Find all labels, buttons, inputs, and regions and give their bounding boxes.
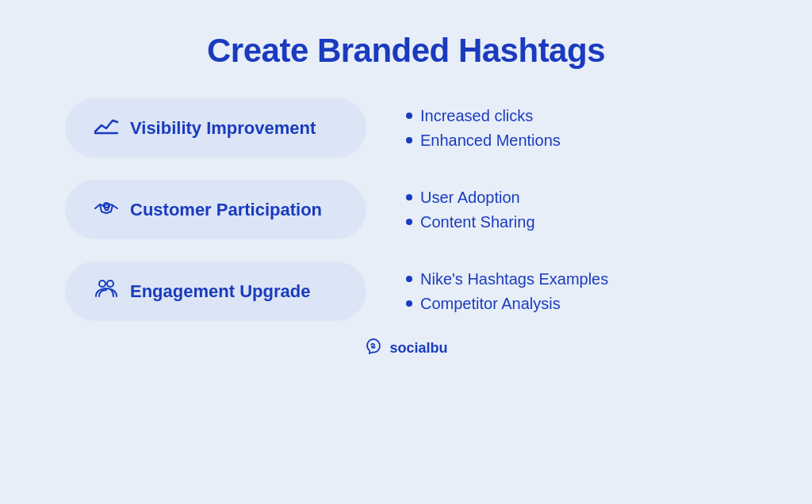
- bullet-text: User Adoption: [420, 189, 520, 207]
- bullet-item: Competitor Analysis: [406, 295, 608, 313]
- bullet-dot: [406, 276, 412, 282]
- row-customer: Customer Participation User Adoption Con…: [65, 180, 747, 239]
- footer-brand: socialbu: [389, 340, 447, 357]
- bullet-text: Nike's Hashtags Examples: [420, 270, 608, 288]
- bullet-dot: [406, 113, 412, 119]
- bullet-text: Content Sharing: [420, 213, 535, 231]
- bullet-list-visibility: Increased clicks Enhanced Mentions: [406, 107, 561, 150]
- bullet-item: Increased clicks: [406, 107, 561, 125]
- handshake-icon: [94, 194, 119, 225]
- bullet-dot: [406, 300, 412, 307]
- page-title: Create Branded Hashtags: [207, 32, 605, 70]
- bullet-item: Enhanced Mentions: [406, 132, 561, 150]
- bullet-text: Enhanced Mentions: [420, 132, 561, 150]
- pill-visibility: Visibility Improvement: [65, 98, 366, 158]
- bullet-dot: [406, 137, 412, 143]
- row-visibility: Visibility Improvement Increased clicks …: [65, 98, 747, 158]
- svg-point-2: [99, 281, 105, 287]
- row-engagement: Engagement Upgrade Nike's Hashtags Examp…: [65, 262, 747, 321]
- bullet-dot: [406, 194, 412, 200]
- footer: socialbu: [364, 337, 447, 359]
- bullet-list-engagement: Nike's Hashtags Examples Competitor Anal…: [406, 270, 608, 313]
- people-icon: [94, 276, 119, 307]
- bullet-text: Increased clicks: [420, 107, 533, 125]
- bullet-list-customer: User Adoption Content Sharing: [406, 189, 535, 231]
- pill-customer-label: Customer Participation: [130, 200, 322, 220]
- bullet-dot: [406, 219, 412, 225]
- bullet-item: User Adoption: [406, 189, 535, 207]
- pill-engagement: Engagement Upgrade: [65, 262, 366, 321]
- bullet-text: Competitor Analysis: [420, 295, 561, 313]
- pill-customer: Customer Participation: [65, 180, 366, 239]
- pill-engagement-label: Engagement Upgrade: [130, 281, 310, 302]
- bullet-item: Nike's Hashtags Examples: [406, 270, 608, 288]
- socialbu-icon: [364, 337, 383, 359]
- bullet-item: Content Sharing: [406, 213, 535, 231]
- content-area: Visibility Improvement Increased clicks …: [65, 98, 747, 321]
- pill-visibility-label: Visibility Improvement: [130, 118, 316, 139]
- chart-icon: [94, 113, 119, 143]
- svg-point-3: [107, 281, 113, 287]
